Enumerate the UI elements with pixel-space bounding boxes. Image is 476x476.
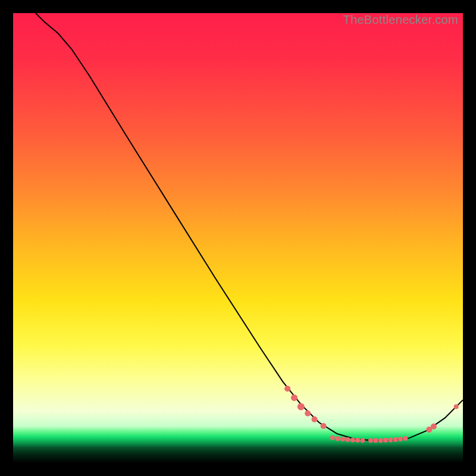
watermark-text: TheBottlenecker.com xyxy=(343,13,458,27)
highlight-dot xyxy=(355,438,360,443)
highlight-dot xyxy=(454,405,459,409)
highlight-dot xyxy=(340,437,345,441)
highlight-dot xyxy=(378,438,383,443)
highlight-dot xyxy=(284,386,290,392)
bottleneck-curve xyxy=(36,13,463,440)
chart-frame: TheBottlenecker.com xyxy=(13,13,463,463)
highlight-dot xyxy=(360,438,365,443)
highlight-dot xyxy=(336,436,340,441)
highlight-dot xyxy=(403,436,408,441)
highlight-dot xyxy=(373,438,378,443)
highlight-dot xyxy=(383,438,388,443)
highlight-dot xyxy=(321,423,327,429)
highlight-dot xyxy=(388,437,393,442)
highlight-dot xyxy=(312,416,318,422)
highlight-dot xyxy=(368,438,373,443)
chart-overlay xyxy=(13,13,463,463)
highlight-dot xyxy=(346,437,350,442)
highlight-dot xyxy=(393,437,398,442)
highlight-dot xyxy=(298,403,305,411)
highlight-dot xyxy=(305,411,311,416)
highlight-dot xyxy=(330,436,335,440)
highlight-dot xyxy=(350,437,355,442)
highlight-dot xyxy=(291,394,298,401)
highlight-dot xyxy=(398,437,403,441)
highlight-dot xyxy=(431,424,437,430)
